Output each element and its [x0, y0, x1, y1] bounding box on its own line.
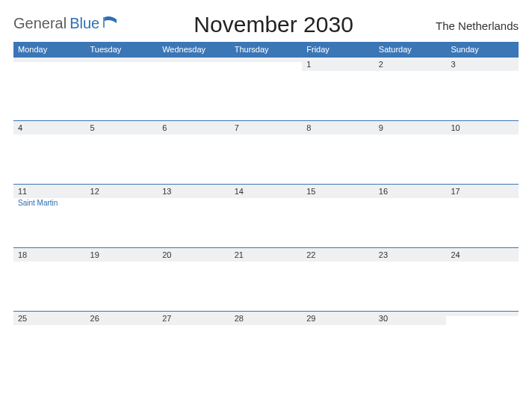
day-number: 25 [18, 314, 27, 323]
page-title: November 2030 [118, 9, 429, 37]
day-number: 17 [451, 187, 460, 196]
day-number-bar: 20 [158, 247, 230, 262]
calendar-week-row: 18192021222324 [13, 247, 519, 311]
day-number-bar: 30 [374, 311, 447, 325]
day-number-bar: 26 [86, 311, 158, 325]
calendar-day-cell [446, 311, 519, 374]
day-number-bar: 7 [230, 120, 303, 135]
calendar-week-row: 123 [13, 57, 519, 120]
weekday-header: Monday [13, 42, 86, 57]
day-number-bar: 22 [302, 247, 374, 262]
logo: General Blue [13, 9, 118, 32]
day-number: 3 [451, 60, 455, 69]
calendar-day-cell: 10 [446, 120, 519, 184]
day-number-bar: 6 [158, 120, 230, 135]
day-number: 27 [162, 314, 171, 323]
day-number-bar: 29 [302, 311, 374, 325]
day-number-bar: 24 [446, 247, 519, 262]
day-number: 26 [90, 314, 99, 323]
day-number-bar: 19 [86, 247, 158, 262]
calendar-day-cell: 15 [302, 184, 374, 247]
day-number: 14 [235, 187, 244, 196]
calendar-day-cell: 22 [302, 247, 374, 311]
day-number: 23 [379, 250, 388, 259]
day-number: 16 [379, 187, 388, 196]
calendar-day-cell: 11Saint Martin [13, 184, 86, 247]
day-number-bar [230, 57, 303, 62]
holiday-label: Saint Martin [13, 198, 86, 207]
weekday-header: Saturday [374, 42, 447, 57]
day-number-bar: 15 [302, 184, 374, 198]
weekday-header: Thursday [230, 42, 303, 57]
day-number-bar: 2 [374, 57, 447, 71]
region-label: The Netherlands [429, 9, 519, 32]
day-number: 2 [379, 60, 383, 69]
day-number: 21 [235, 250, 244, 259]
calendar-day-cell: 3 [446, 57, 519, 120]
day-number-bar: 16 [374, 184, 447, 198]
logo-text-a: General [13, 15, 66, 32]
day-number-bar: 27 [158, 311, 230, 325]
calendar-day-cell: 25 [13, 311, 86, 374]
day-number-bar [13, 57, 86, 62]
day-number: 30 [379, 314, 388, 323]
day-number-bar: 1 [302, 57, 374, 71]
calendar-week-row: 45678910 [13, 120, 519, 184]
day-number: 29 [306, 314, 315, 323]
day-number-bar: 11 [13, 184, 86, 198]
calendar-day-cell: 4 [13, 120, 86, 184]
calendar-day-cell [13, 57, 86, 120]
day-number: 18 [18, 250, 27, 259]
calendar-day-cell: 21 [230, 247, 303, 311]
weekday-header: Tuesday [86, 42, 158, 57]
day-number-bar: 13 [158, 184, 230, 198]
day-number: 20 [162, 250, 171, 259]
day-number-bar: 21 [230, 247, 303, 262]
day-number: 6 [162, 123, 167, 132]
calendar-day-cell: 23 [374, 247, 447, 311]
day-number-bar: 25 [13, 311, 86, 325]
day-number: 13 [162, 187, 171, 196]
calendar-day-cell: 20 [158, 247, 230, 311]
day-number: 11 [18, 187, 27, 196]
day-number-bar: 12 [86, 184, 158, 198]
day-number-bar: 5 [86, 120, 158, 135]
day-number: 12 [90, 187, 99, 196]
day-number-bar [158, 57, 230, 62]
calendar-day-cell: 29 [302, 311, 374, 374]
calendar-week-row: 11Saint Martin121314151617 [13, 184, 519, 247]
day-number: 10 [451, 123, 460, 132]
header: General Blue November 2030 The Netherlan… [13, 9, 519, 37]
calendar-day-cell: 24 [446, 247, 519, 311]
day-number-bar: 8 [302, 120, 374, 135]
day-number-bar: 17 [446, 184, 519, 198]
calendar-day-cell: 6 [158, 120, 230, 184]
day-number: 28 [235, 314, 244, 323]
calendar-day-cell: 12 [86, 184, 158, 247]
logo-flag-icon [103, 16, 118, 31]
calendar-day-cell: 13 [158, 184, 230, 247]
calendar-day-cell [230, 57, 303, 120]
calendar-day-cell: 9 [374, 120, 447, 184]
calendar-day-cell: 30 [374, 311, 447, 374]
day-number: 24 [451, 250, 460, 259]
day-number: 5 [90, 123, 95, 132]
day-number: 19 [90, 250, 99, 259]
calendar-day-cell: 2 [374, 57, 447, 120]
calendar-day-cell: 28 [230, 311, 303, 374]
day-number: 7 [235, 123, 239, 132]
calendar-table: Monday Tuesday Wednesday Thursday Friday… [13, 42, 519, 374]
day-number-bar [446, 311, 519, 316]
day-number: 9 [379, 123, 383, 132]
calendar-day-cell: 16 [374, 184, 447, 247]
day-number-bar [86, 57, 158, 62]
calendar-day-cell: 1 [302, 57, 374, 120]
weekday-header: Sunday [446, 42, 519, 57]
calendar-day-cell: 5 [86, 120, 158, 184]
calendar-day-cell [86, 57, 158, 120]
calendar-day-cell: 8 [302, 120, 374, 184]
calendar-day-cell: 19 [86, 247, 158, 311]
day-number: 22 [306, 250, 315, 259]
calendar-day-cell: 7 [230, 120, 303, 184]
calendar-day-cell: 18 [13, 247, 86, 311]
